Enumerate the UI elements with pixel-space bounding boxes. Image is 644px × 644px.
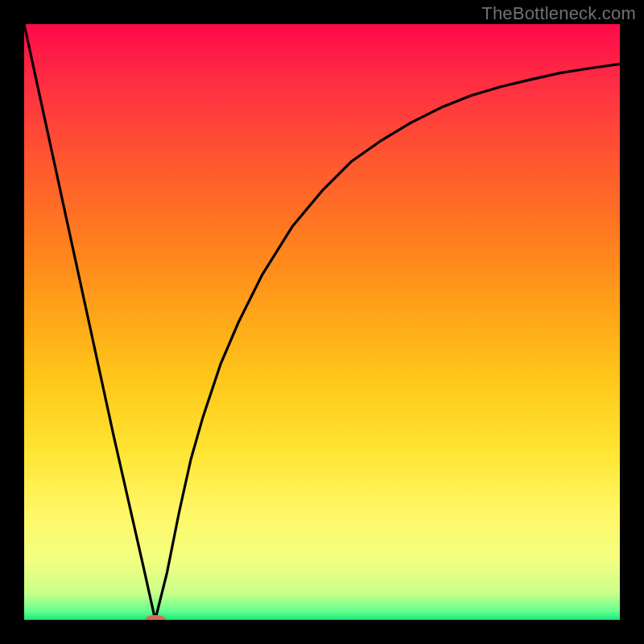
bottleneck-curve — [24, 24, 620, 620]
watermark-text: TheBottleneck.com — [481, 3, 636, 24]
optimal-point-marker — [145, 615, 166, 620]
plot-area — [24, 24, 620, 620]
chart-frame: TheBottleneck.com — [0, 0, 644, 644]
